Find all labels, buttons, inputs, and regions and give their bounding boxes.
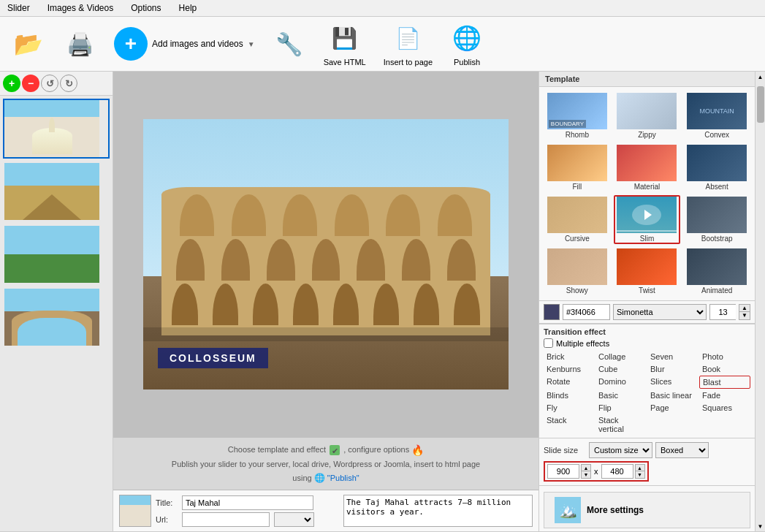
transition-fly[interactable]: Fly	[544, 402, 595, 414]
template-rhomb[interactable]: BOUNDARY Rhomb	[544, 91, 611, 140]
wrench-icon: 🔧	[273, 27, 306, 61]
scrollbar-down-arrow[interactable]: ▼	[758, 522, 764, 531]
scrollbar-thumb[interactable]	[757, 86, 764, 123]
transition-rotate[interactable]: Rotate	[544, 376, 595, 389]
transition-kenburns[interactable]: Kenburns	[544, 363, 595, 375]
template-animated[interactable]: Animated	[683, 247, 750, 296]
open-button[interactable]: 📂	[6, 24, 51, 64]
multiple-effects-checkbox[interactable]	[544, 338, 553, 348]
template-thumb-showy	[547, 248, 607, 285]
template-absent[interactable]: Absent	[683, 143, 750, 192]
color-value-input[interactable]	[563, 304, 610, 320]
transition-book[interactable]: Book	[699, 363, 750, 375]
template-twist[interactable]: Twist	[614, 247, 681, 296]
template-material[interactable]: Material	[614, 143, 681, 192]
template-label-slim: Slim	[640, 235, 654, 243]
insert-icon: 📄	[391, 21, 425, 55]
height-up-button[interactable]: ▲	[635, 464, 645, 471]
menu-images-videos[interactable]: Images & Videos	[43, 1, 118, 15]
template-thumb-twist	[617, 248, 677, 285]
publish-button[interactable]: 🌐 Publish	[444, 18, 490, 69]
transition-blast[interactable]: Blast	[699, 376, 750, 389]
image-thumbnail	[119, 495, 151, 527]
more-settings-button[interactable]: 🏔️ More settings	[544, 492, 750, 528]
save-html-button[interactable]: 💾 Save HTML	[318, 18, 372, 69]
transition-domino[interactable]: Domino	[595, 376, 647, 389]
move-back-button[interactable]: ↺	[41, 75, 58, 92]
thumb-item-1[interactable]	[3, 99, 110, 159]
menu-slider[interactable]: Slider	[3, 1, 34, 15]
template-fill[interactable]: Fill	[544, 143, 611, 192]
transition-photo[interactable]: Photo	[699, 351, 750, 362]
transition-stack[interactable]: Stack	[544, 414, 595, 435]
width-input[interactable]	[547, 464, 579, 479]
insert-to-page-button[interactable]: 📄 Insert to page	[378, 18, 438, 69]
transition-slices[interactable]: Slices	[647, 376, 699, 389]
font-controls: Simonetta Arial Georgia ▲ ▼	[539, 300, 755, 324]
transition-section: Transition effect Multiple effects Brick…	[539, 324, 755, 438]
transition-collage[interactable]: Collage	[595, 351, 647, 362]
width-up-button[interactable]: ▲	[581, 464, 591, 471]
transition-cube[interactable]: Cube	[595, 363, 647, 375]
transition-grid: Brick Collage Seven Photo Kenburns Cube …	[544, 351, 750, 435]
font-size-down-button[interactable]: ▼	[739, 312, 750, 320]
transition-squares[interactable]: Squares	[699, 402, 750, 414]
url-input[interactable]	[182, 512, 270, 527]
layout-select[interactable]: Boxed Full width	[655, 442, 709, 458]
move-forward-button[interactable]: ↻	[60, 75, 77, 92]
template-label-animated: Animated	[701, 286, 732, 294]
template-thumb-cursive	[547, 197, 607, 233]
right-scrollbar[interactable]: ▲ ▼	[755, 72, 765, 531]
thumb-item-2[interactable]	[3, 162, 110, 221]
transition-fade[interactable]: Fade	[699, 390, 750, 401]
transition-basic[interactable]: Basic	[595, 390, 647, 401]
publish-icon: 🌐	[450, 21, 484, 55]
color-swatch[interactable]	[544, 304, 560, 320]
menu-options[interactable]: Options	[126, 1, 165, 15]
url-select[interactable]: _blank _self	[274, 512, 314, 527]
add-images-button[interactable]: + Add images and videos ▼	[108, 24, 261, 64]
hint-icon-3: 🌐	[314, 471, 325, 485]
template-slim[interactable]: Slim	[614, 195, 681, 244]
thumbnails-list	[0, 96, 113, 531]
description-textarea[interactable]: The Taj Mahal attracts 7–8 million visit…	[343, 495, 533, 527]
hint-text-5: "Publish"	[327, 473, 359, 482]
template-label-material: Material	[634, 183, 661, 191]
thumb-item-4[interactable]	[3, 287, 110, 347]
transition-basic-linear[interactable]: Basic linear	[647, 390, 699, 401]
transition-brick[interactable]: Brick	[544, 351, 595, 362]
add-slide-button[interactable]: +	[3, 75, 20, 92]
title-input[interactable]	[182, 495, 313, 510]
font-select[interactable]: Simonetta Arial Georgia	[613, 304, 707, 320]
save-icon: 💾	[328, 21, 362, 55]
menu-help[interactable]: Help	[175, 1, 202, 15]
transition-page[interactable]: Page	[647, 402, 699, 414]
hint-icon-2: 🔥	[411, 442, 424, 458]
font-size-input[interactable]	[709, 304, 736, 320]
template-thumb-bootstrap	[687, 197, 747, 233]
transition-blinds[interactable]: Blinds	[544, 390, 595, 401]
size-type-select[interactable]: Custom size Full width Full screen	[589, 442, 652, 458]
transition-stack-vertical[interactable]: Stack vertical	[595, 414, 647, 435]
multiple-effects-label: Multiple effects	[556, 339, 609, 348]
publish-label: Publish	[454, 58, 480, 66]
transition-flip[interactable]: Flip	[595, 402, 647, 414]
options-button[interactable]: 🔧	[267, 24, 312, 64]
scrollbar-up-arrow[interactable]: ▲	[758, 73, 764, 82]
template-showy[interactable]: Showy	[544, 247, 611, 296]
template-cursive[interactable]: Cursive	[544, 195, 611, 244]
thumb-item-3[interactable]	[3, 224, 110, 284]
height-down-button[interactable]: ▼	[635, 471, 645, 479]
transition-seven[interactable]: Seven	[647, 351, 699, 362]
template-convex[interactable]: MOUNTAIN Convex	[683, 91, 750, 140]
template-label-bootstrap: Bootstrap	[701, 235, 733, 243]
transition-blur[interactable]: Blur	[647, 363, 699, 375]
template-header: Template	[539, 72, 755, 87]
width-down-button[interactable]: ▼	[581, 471, 591, 479]
template-zippy[interactable]: Zippy	[614, 91, 681, 140]
font-size-up-button[interactable]: ▲	[739, 304, 750, 312]
height-input[interactable]	[601, 464, 633, 479]
remove-slide-button[interactable]: −	[22, 75, 39, 92]
print-button[interactable]: 🖨️	[57, 24, 102, 64]
template-bootstrap[interactable]: Bootstrap	[683, 195, 750, 244]
